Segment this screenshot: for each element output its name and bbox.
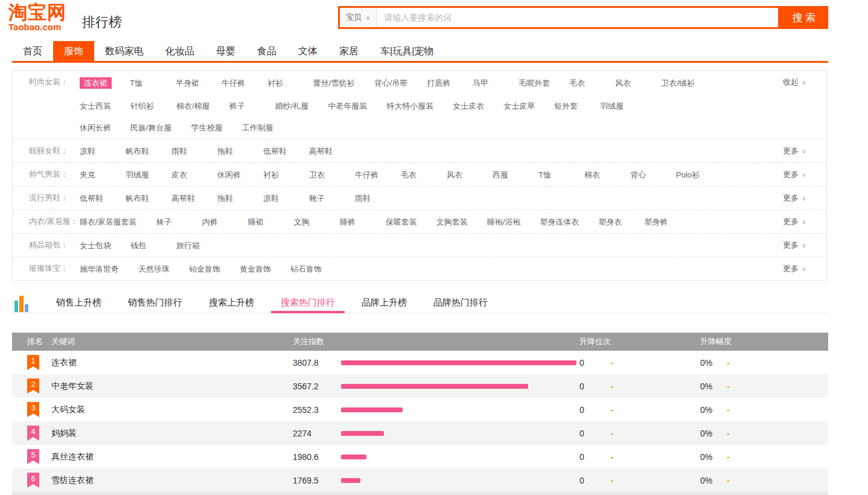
nav-item-active[interactable]: 服饰 [53,41,94,61]
search-category-dropdown[interactable]: 宝贝 ∨ [340,8,377,27]
category-link[interactable]: 民族/舞台服 [130,123,172,132]
search-button[interactable]: 搜 索 [780,6,828,29]
category-link[interactable]: 休闲长裤 [80,123,111,132]
keyword-cell[interactable]: 中老年女装 [51,381,293,392]
category-link[interactable]: 内裤 [202,217,229,226]
keyword-cell[interactable]: 真丝连衣裙 [51,452,293,462]
category-link[interactable]: 皮衣 [171,170,198,179]
category-link[interactable]: 施华洛世奇 [80,264,119,273]
category-link[interactable]: 牛仔裤 [222,78,248,88]
category-link[interactable]: 衬衫 [267,78,294,88]
category-link[interactable]: 拖鞋 [217,147,244,156]
category-link[interactable]: 风衣 [447,170,473,179]
keyword-cell[interactable]: 连衣裙 [51,357,293,368]
category-link[interactable]: 塑身衣 [598,217,625,226]
category-link[interactable]: 背心/吊带 [374,78,408,88]
category-link[interactable]: 保暖套装 [386,217,417,226]
more-link[interactable]: 更多∨ [783,257,826,280]
category-link[interactable]: 针织衫 [130,101,157,110]
category-link[interactable]: 袜子 [156,217,183,226]
nav-item[interactable]: 首页 [12,41,53,61]
category-link[interactable]: 打底裤 [427,78,453,88]
tab-item[interactable]: 搜索上升榜 [199,292,264,313]
keyword-cell[interactable]: 雪纺连衣裙 [51,475,293,486]
category-link[interactable]: 毛衣 [401,170,427,179]
category-link[interactable]: 雨鞋 [355,194,381,203]
category-link[interactable]: 羽绒服 [600,101,627,110]
taobao-logo[interactable]: 淘宝网 Taobao.com [8,3,66,32]
category-link[interactable]: 帆布鞋 [126,194,152,203]
category-link[interactable]: 半身裙 [176,78,202,88]
category-link[interactable]: 牛仔裤 [355,170,381,179]
category-link[interactable]: 婚纱/礼服 [275,101,309,110]
category-link[interactable]: 风衣 [615,78,642,88]
category-link[interactable]: 夹克 [80,170,106,179]
nav-item[interactable]: 母婴 [205,41,246,61]
more-link[interactable]: 更多∨ [783,234,826,257]
category-link[interactable]: 塑身裤 [644,217,671,226]
more-link[interactable]: 更多∨ [783,163,826,186]
category-link[interactable]: 睡裙 [248,217,275,226]
category-link[interactable]: 毛呢外套 [519,78,550,88]
category-link[interactable]: 特大特小服装 [386,101,433,110]
category-link[interactable]: 学生校服 [191,123,223,132]
category-link[interactable]: 钱包 [130,241,157,250]
category-link[interactable]: 靴子 [309,194,336,203]
category-link[interactable]: Polo衫 [676,170,703,179]
category-link[interactable]: 铂金首饰 [189,264,220,273]
category-link[interactable]: T恤 [538,170,565,179]
category-link[interactable]: 背心 [630,170,657,179]
category-link[interactable]: 女士西装 [80,101,111,110]
category-link[interactable]: 休闲裤 [217,170,244,179]
category-link[interactable]: 中老年服装 [328,101,367,110]
tab-item[interactable]: 品牌热门排行 [424,292,497,313]
nav-item[interactable]: 家居 [328,41,369,61]
keyword-cell[interactable]: 妈妈装 [51,428,293,439]
category-link[interactable]: 卫衣 [309,170,336,179]
category-link-selected[interactable]: 连衣裙 [80,77,112,89]
category-link[interactable]: 棉衣/棉服 [176,101,210,110]
category-link[interactable]: 天然珍珠 [138,264,170,273]
tab-item[interactable]: 销售上升榜 [46,292,111,313]
category-link[interactable]: 女士包袋 [80,241,111,250]
more-link[interactable]: 更多∨ [783,210,826,233]
category-link[interactable]: 帆布鞋 [126,147,152,156]
category-link[interactable]: 蕾丝/雪纺衫 [313,78,355,88]
category-link[interactable]: 睡袍/浴袍 [487,217,521,226]
category-link[interactable]: 高帮鞋 [171,194,198,203]
category-link[interactable]: 衬衫 [263,170,290,179]
category-link[interactable]: 棉衣 [584,170,611,179]
category-link[interactable]: 女士皮衣 [453,101,484,110]
tab-item[interactable]: 销售热门排行 [118,292,192,313]
keyword-cell[interactable]: 大码女装 [51,404,293,415]
category-link[interactable]: 西服 [493,170,519,179]
category-link[interactable]: 马甲 [473,78,499,88]
category-link[interactable]: 羽绒服 [126,170,152,179]
category-link[interactable]: 工作制服 [242,123,273,132]
more-link[interactable]: 更多∨ [783,139,826,162]
category-link[interactable]: 裤子 [229,101,256,110]
category-link[interactable]: 旅行箱 [176,241,203,250]
category-link[interactable]: 低帮鞋 [80,194,106,203]
category-link[interactable]: 文胸 [294,217,321,226]
more-link[interactable]: 更多∨ [783,187,826,209]
category-link[interactable]: 雨鞋 [171,147,198,156]
category-link[interactable]: 短外套 [554,101,581,110]
category-link[interactable]: 黄金首饰 [240,264,271,273]
nav-item[interactable]: 食品 [246,41,287,61]
category-link[interactable]: 低帮鞋 [263,147,290,156]
collapse-link[interactable]: 收起∧ [783,71,826,139]
nav-item[interactable]: 化妆品 [155,41,205,61]
category-link[interactable]: 女士皮草 [503,101,535,110]
category-link[interactable]: 高帮鞋 [309,147,336,156]
nav-item[interactable]: 数码家电 [94,41,155,61]
search-input[interactable] [377,8,778,27]
tab-item[interactable]: 品牌上升榜 [352,292,416,313]
category-link[interactable]: 凉鞋 [263,194,290,203]
category-link[interactable]: 钻石首饰 [290,264,322,273]
category-link[interactable]: 睡裤 [340,217,366,226]
category-link[interactable]: 拖鞋 [217,194,244,203]
category-link[interactable]: 睡衣/家居服套装 [80,217,137,226]
category-link[interactable]: 凉鞋 [80,147,106,156]
category-link[interactable]: 塑身连体衣 [540,217,579,226]
